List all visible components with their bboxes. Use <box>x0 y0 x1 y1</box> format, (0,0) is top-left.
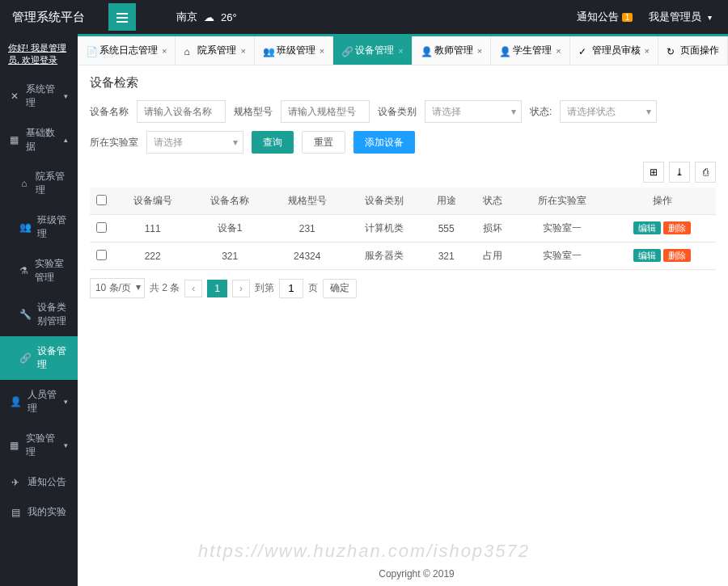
nav-people-manage[interactable]: 👤 人员管理 ▾ <box>0 380 78 424</box>
nav-class-manage[interactable]: 👥 班级管理 <box>0 205 78 249</box>
close-icon[interactable]: × <box>477 46 482 56</box>
nav-my-experiment[interactable]: ▤ 我的实验 <box>0 497 78 527</box>
reset-button[interactable]: 重置 <box>302 131 345 154</box>
app-logo: 管理系统平台 <box>0 10 105 25</box>
cell-spec: 24324 <box>269 242 346 270</box>
tab-bar: 📄系统日志管理× ⌂院系管理× 👥班级管理× 🔗设备管理× 👤教师管理× 👤学生… <box>78 36 728 65</box>
print-button[interactable]: ⎙ <box>695 162 716 183</box>
tab-class[interactable]: 👥班级管理× <box>255 36 333 65</box>
cell-status: 占用 <box>469 242 515 270</box>
nav-system-manage[interactable]: ✕ 系统管理 ▾ <box>0 74 78 118</box>
export-icon: ⤓ <box>675 167 684 178</box>
watermark: https://www.huzhan.com/ishop3572 <box>198 541 530 562</box>
close-icon[interactable]: × <box>240 46 245 56</box>
col-category: 设备类别 <box>345 188 423 215</box>
table-header-row: 设备编号 设备名称 规格型号 设备类别 用途 状态 所在实验室 操作 <box>90 188 716 215</box>
goto-label: 到第 <box>255 281 274 295</box>
cell-name: 321 <box>191 242 269 270</box>
tab-device[interactable]: 🔗设备管理× <box>333 36 412 65</box>
nav-lab-manage[interactable]: ⚗ 实验室管理 <box>0 249 78 293</box>
spec-label: 规格型号 <box>234 105 273 119</box>
close-icon[interactable]: × <box>398 46 403 56</box>
row-checkbox[interactable] <box>96 222 107 233</box>
tab-teacher[interactable]: 👤教师管理× <box>413 36 491 65</box>
spec-input[interactable] <box>281 100 370 123</box>
weather-city: 南京 <box>176 10 197 24</box>
welcome-text: 你好! 我是管理员, 欢迎登录 <box>0 34 78 74</box>
notice-link[interactable]: 通知公告 1 <box>577 10 633 24</box>
tab-dept[interactable]: ⌂院系管理× <box>176 36 254 65</box>
category-select[interactable]: 请选择 <box>425 100 522 123</box>
table-row: 111 设备1 231 计算机类 555 损坏 实验室一 编辑 删除 <box>90 215 716 242</box>
status-select[interactable]: 请选择状态 <box>560 100 657 123</box>
tab-admin-audit[interactable]: ✓管理员审核× <box>570 36 658 65</box>
footer: Copyright © 2019 <box>105 568 728 580</box>
page-1-button[interactable]: 1 <box>207 280 227 297</box>
delete-button[interactable]: 删除 <box>663 249 691 262</box>
device-name-input[interactable] <box>137 100 226 123</box>
close-icon[interactable]: × <box>320 46 324 56</box>
add-device-button[interactable]: 添加设备 <box>353 131 415 154</box>
print-icon: ⎙ <box>703 167 709 178</box>
edit-button[interactable]: 编辑 <box>633 221 661 234</box>
cell-category: 计算机类 <box>345 215 423 242</box>
tab-student[interactable]: 👤学生管理× <box>491 36 569 65</box>
nav-dept-manage[interactable]: ⌂ 院系管理 <box>0 162 78 205</box>
cell-use: 555 <box>423 215 469 242</box>
delete-button[interactable]: 删除 <box>663 221 691 234</box>
file-icon: 📄 <box>86 46 95 56</box>
date-icon: ▦ <box>10 134 19 145</box>
calendar-icon: ▦ <box>10 440 19 451</box>
cell-lab: 实验室一 <box>516 242 609 270</box>
col-spec: 规格型号 <box>269 188 346 215</box>
wrench-icon: 🔧 <box>19 309 31 320</box>
close-icon[interactable]: × <box>162 46 167 56</box>
row-checkbox[interactable] <box>96 250 107 260</box>
hamburger-icon <box>116 11 129 23</box>
weather-widget: 南京 ☁ 26° <box>176 10 237 24</box>
close-icon[interactable]: × <box>556 46 561 56</box>
nav-device-category[interactable]: 🔧 设备类别管理 <box>0 293 78 336</box>
goto-confirm-button[interactable]: 确定 <box>323 279 357 298</box>
lab-icon: ⚗ <box>19 265 28 276</box>
table-row: 222 321 24324 服务器类 321 占用 实验室一 编辑 删除 <box>90 242 716 270</box>
col-actions: 操作 <box>608 188 716 215</box>
cell-name: 设备1 <box>191 215 269 242</box>
cell-spec: 231 <box>269 215 346 242</box>
columns-button[interactable]: ⊞ <box>643 162 664 183</box>
prev-page-button[interactable]: ‹ <box>184 280 202 297</box>
chevron-up-icon: ▴ <box>64 136 68 144</box>
page-size-select[interactable]: 10 条/页 <box>90 278 145 298</box>
search-button[interactable]: 查询 <box>252 131 294 154</box>
header: 管理系统平台 南京 ☁ 26° 通知公告 1 我是管理员 ▾ <box>0 0 728 34</box>
next-page-button[interactable]: › <box>232 280 250 297</box>
lab-select[interactable]: 请选择 <box>146 131 243 154</box>
col-use: 用途 <box>423 188 469 215</box>
cell-category: 服务器类 <box>345 242 423 270</box>
select-all-checkbox[interactable] <box>96 195 107 205</box>
pagination: 10 条/页 共 2 条 ‹ 1 › 到第 页 确定 <box>90 278 716 298</box>
export-button[interactable]: ⤓ <box>669 162 690 183</box>
nav-device-manage[interactable]: 🔗 设备管理 <box>0 336 78 380</box>
columns-icon: ⊞ <box>650 167 658 178</box>
gear-icon: ✕ <box>10 91 19 102</box>
nav-notice[interactable]: ✈ 通知公告 <box>0 467 78 497</box>
page-ops-menu[interactable]: ↻页面操作 <box>658 36 728 65</box>
goto-page-input[interactable] <box>279 279 303 298</box>
close-icon[interactable]: × <box>645 46 650 56</box>
panel-title: 设备检索 <box>90 75 716 91</box>
content-area: 📄系统日志管理× ⌂院系管理× 👥班级管理× 🔗设备管理× 👤教师管理× 👤学生… <box>78 34 728 586</box>
edit-button[interactable]: 编辑 <box>633 249 661 262</box>
chevron-down-icon: ▾ <box>64 441 68 449</box>
menu-toggle-button[interactable] <box>108 3 136 31</box>
refresh-icon: ↻ <box>667 46 676 56</box>
nav-experiment-manage[interactable]: ▦ 实验管理 ▾ <box>0 424 78 467</box>
user-icon: 👤 <box>499 46 509 56</box>
user-menu[interactable]: 我是管理员 ▾ <box>649 10 712 24</box>
chevron-down-icon: ▾ <box>64 92 68 100</box>
cell-status: 损坏 <box>469 215 515 242</box>
home-icon: ⌂ <box>184 46 193 56</box>
tab-syslog[interactable]: 📄系统日志管理× <box>78 36 176 65</box>
nav-base-data[interactable]: ▦ 基础数据 ▴ <box>0 118 78 162</box>
sidebar: 你好! 我是管理员, 欢迎登录 ✕ 系统管理 ▾ ▦ 基础数据 ▴ ⌂ 院系管理… <box>0 34 78 586</box>
